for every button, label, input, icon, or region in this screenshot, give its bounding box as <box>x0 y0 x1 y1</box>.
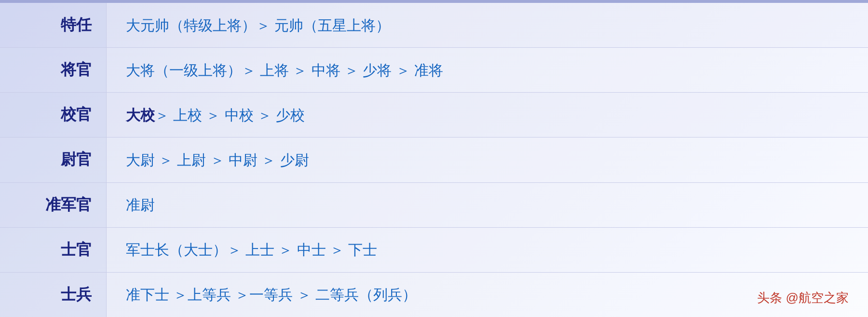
category-cell-shibing: 士兵 <box>0 272 106 317</box>
category-label: 校官 <box>61 106 92 123</box>
category-cell-jiangguan: 将官 <box>0 48 106 93</box>
category-label: 士官 <box>61 241 92 258</box>
ranks-text: 军士长（大士）＞ 上士 ＞ 中士 ＞ 下士 <box>126 242 378 258</box>
ranks-cell-teren: 大元帅（特级上将）＞ 元帅（五星上将） <box>106 3 868 48</box>
ranks-cell-weiguan: 大尉 ＞ 上尉 ＞ 中尉 ＞ 少尉 <box>106 138 868 182</box>
rank-table: 特任 大元帅（特级上将）＞ 元帅（五星上将） 将官 大将（一级上将）＞ 上将 ＞… <box>0 3 868 317</box>
ranks-cell-shibing: 准下士 ＞上等兵 ＞一等兵 ＞ 二等兵（列兵） <box>106 272 868 317</box>
ranks-text: 准下士 ＞上等兵 ＞一等兵 ＞ 二等兵（列兵） <box>126 287 417 303</box>
category-cell-xiaoguan: 校官 <box>0 93 106 138</box>
category-label: 特任 <box>61 16 92 33</box>
ranks-cell-shiguan: 军士长（大士）＞ 上士 ＞ 中士 ＞ 下士 <box>106 227 868 272</box>
table-row: 特任 大元帅（特级上将）＞ 元帅（五星上将） <box>0 3 868 48</box>
table-row: 士兵 准下士 ＞上等兵 ＞一等兵 ＞ 二等兵（列兵） <box>0 272 868 317</box>
table-row: 士官 军士长（大士）＞ 上士 ＞ 中士 ＞ 下士 <box>0 227 868 272</box>
ranks-text: 大将（一级上将）＞ 上将 ＞ 中将 ＞ 少将 ＞ 准将 <box>126 62 443 78</box>
category-label: 准军官 <box>45 196 92 213</box>
category-label: 尉官 <box>61 151 92 168</box>
page-container: 特任 大元帅（特级上将）＞ 元帅（五星上将） 将官 大将（一级上将）＞ 上将 ＞… <box>0 0 868 317</box>
ranks-cell-xiaoguan: 大校＞ 上校 ＞ 中校 ＞ 少校 <box>106 93 868 138</box>
table-row: 尉官 大尉 ＞ 上尉 ＞ 中尉 ＞ 少尉 <box>0 138 868 182</box>
category-cell-teren: 特任 <box>0 3 106 48</box>
category-cell-zhunjunguan: 准军官 <box>0 182 106 227</box>
table-wrapper: 特任 大元帅（特级上将）＞ 元帅（五星上将） 将官 大将（一级上将）＞ 上将 ＞… <box>0 3 868 317</box>
ranks-cell-jiangguan: 大将（一级上将）＞ 上将 ＞ 中将 ＞ 少将 ＞ 准将 <box>106 48 868 93</box>
category-label: 将官 <box>61 61 92 78</box>
ranks-cell-zhunjunguan: 准尉 <box>106 182 868 227</box>
table-row: 校官 大校＞ 上校 ＞ 中校 ＞ 少校 <box>0 93 868 138</box>
category-cell-weiguan: 尉官 <box>0 138 106 182</box>
ranks-text: 大元帅（特级上将）＞ 元帅（五星上将） <box>126 17 390 33</box>
table-row: 准军官 准尉 <box>0 182 868 227</box>
ranks-text: 大尉 ＞ 上尉 ＞ 中尉 ＞ 少尉 <box>126 152 309 168</box>
category-cell-shiguan: 士官 <box>0 227 106 272</box>
category-label: 士兵 <box>61 286 92 303</box>
watermark: 头条 @航空之家 <box>757 289 849 306</box>
ranks-text: 准尉 <box>126 197 155 213</box>
bold-ranks-text: 大校 <box>126 107 155 123</box>
table-row: 将官 大将（一级上将）＞ 上将 ＞ 中将 ＞ 少将 ＞ 准将 <box>0 48 868 93</box>
ranks-text: ＞ 上校 ＞ 中校 ＞ 少校 <box>155 107 305 123</box>
